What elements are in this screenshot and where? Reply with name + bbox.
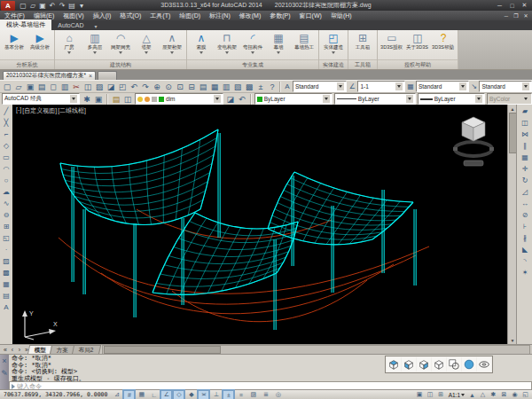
fillet-icon[interactable]: ◝ (520, 255, 530, 267)
table-icon[interactable]: ▤ (1, 290, 12, 301)
grid-icon[interactable]: ▦ (136, 390, 147, 399)
ribbon-button-curtain-wall-thermal[interactable]: ▤幕墙热工 (292, 31, 317, 51)
workspace-settings-icon[interactable]: ✱ (82, 94, 92, 105)
circle-icon[interactable]: ○ (1, 175, 12, 186)
construction-line-icon[interactable]: ╳ (1, 117, 12, 129)
ribbon-button-tower[interactable]: △塔架 (134, 31, 159, 54)
ribbon-button-solid-build[interactable]: ◰实体建造 (321, 31, 346, 54)
quick-view-drawings-icon[interactable]: ◫ (426, 391, 435, 399)
doc-restore-icon[interactable]: ❐ (512, 12, 520, 20)
color-combo[interactable]: ByLayer (254, 93, 332, 105)
dropdown-arrow-icon[interactable] (145, 51, 148, 54)
viewport-visualstyle-control[interactable]: [二维线框] (58, 106, 86, 115)
wedge-icon[interactable] (402, 357, 416, 372)
clean-screen-icon[interactable]: ◱ (520, 391, 530, 399)
osnap3d-icon[interactable]: ◆ (185, 390, 197, 399)
ribbon-button-3d3s-license[interactable]: ▭3D3S授权 (379, 31, 404, 51)
ribbon-button-advanced-analysis[interactable]: ▶高级分析 (27, 31, 52, 51)
quick-properties-icon[interactable]: ≣ (260, 390, 271, 399)
dim-style-icon[interactable]: ∠ (348, 82, 356, 90)
point-icon[interactable]: · (1, 244, 12, 255)
tool-palettes-icon[interactable]: ▥ (221, 82, 231, 92)
ribbon-button-multi-storey[interactable]: ▥多高层 (82, 31, 107, 54)
layer-lock-icon[interactable] (152, 97, 157, 102)
menu-modify[interactable]: 修改(M) (235, 11, 266, 20)
rotate-icon[interactable]: ↻ (520, 175, 530, 186)
next-tab-icon[interactable]: › (16, 346, 23, 354)
plot-icon[interactable]: ▤ (67, 1, 76, 10)
menu-draw[interactable]: 绘图(D) (175, 11, 205, 20)
properties-icon[interactable]: ▤ (198, 82, 208, 92)
tab-layout2[interactable]: 布局2 (72, 345, 101, 355)
layer-combo[interactable]: dim (135, 93, 223, 105)
arc-icon[interactable]: ◠ (1, 163, 12, 175)
markup-set-manager-icon[interactable]: ▩ (244, 82, 254, 92)
new-icon[interactable]: ▢ (19, 1, 27, 10)
infer-constraints-icon[interactable]: ⊿ (111, 390, 122, 399)
copy-icon[interactable]: ◫ (82, 82, 93, 92)
revcloud-icon[interactable]: ☁ (1, 186, 12, 198)
save-icon[interactable]: ▣ (25, 82, 35, 92)
ribbon-button-roof-truss[interactable]: ∧屋架桁架 (160, 31, 184, 54)
plot-preview-icon[interactable]: ◻ (48, 82, 59, 92)
ribbon-button-about-3d3s[interactable]: ◫关于3D3S (405, 31, 430, 51)
ribbon-button-cable-membrane[interactable]: ∧索膜 (189, 31, 214, 54)
dropdown-arrow-icon[interactable] (93, 51, 97, 54)
selection-cycling-icon[interactable]: ◎ (272, 390, 284, 399)
break-icon[interactable]: ∦ (520, 232, 530, 244)
rectangle-icon[interactable]: ▭ (1, 152, 12, 163)
new-icon[interactable]: ▢ (2, 82, 12, 92)
viewcube[interactable] (452, 112, 495, 167)
snap-icon[interactable]: # (123, 390, 135, 399)
model-space-icon[interactable]: ▣ (415, 391, 425, 399)
transparency-icon[interactable]: ▨ (247, 390, 259, 399)
sphere-icon[interactable] (462, 357, 476, 372)
new-document-tab[interactable] (98, 71, 117, 80)
open-icon[interactable]: ▱ (28, 1, 37, 10)
zoom-window-icon[interactable]: ⊡ (175, 82, 185, 92)
polar-icon[interactable]: ∠ (160, 390, 172, 399)
ribbon-button-portal-frame[interactable]: ⌂厂房 (57, 31, 82, 54)
extrude-icon[interactable] (417, 357, 431, 372)
horizontal-scrollbar[interactable] (102, 345, 530, 355)
dropdown-arrow-icon[interactable] (200, 51, 203, 54)
menu-help[interactable]: 帮助(H) (326, 11, 356, 20)
first-tab-icon[interactable]: « (2, 346, 9, 354)
mirror-icon[interactable]: ⋈ (520, 129, 530, 140)
scale-icon[interactable]: ◿ (520, 186, 530, 198)
workspace-combo[interactable]: AutoCAD 经典 (2, 93, 80, 105)
cut-icon[interactable]: ✂ (71, 82, 82, 92)
menu-tools[interactable]: 工具(T) (145, 11, 175, 20)
stretch-icon[interactable]: ↔ (520, 198, 530, 209)
ribbon-options-icon[interactable]: ▾ (90, 21, 102, 30)
layer-on-icon[interactable] (137, 97, 143, 102)
otrack-icon[interactable]: ≍ (198, 390, 209, 399)
workspace-save-icon[interactable]: ▣ (93, 94, 104, 105)
offset-icon[interactable]: ∥ (520, 140, 530, 152)
ribbon-button-curtain-wall[interactable]: ▦幕墙 (266, 31, 291, 54)
hatch-icon[interactable]: ▨ (1, 255, 12, 267)
wireframe-box-icon[interactable] (432, 357, 446, 372)
ribbon-button-curved-twisted-member[interactable]: ◜弯扭构件 (240, 31, 265, 54)
menu-window[interactable]: 窗口(W) (295, 11, 326, 20)
subtract-icon[interactable] (447, 357, 461, 372)
dropdown-arrow-icon[interactable] (251, 51, 254, 54)
ortho-icon[interactable]: ∟ (148, 390, 160, 399)
dropdown-arrow-icon[interactable] (67, 51, 71, 54)
dropdown-arrow-icon[interactable] (170, 51, 174, 54)
qat-dropdown-icon[interactable]: ▾ (77, 1, 86, 10)
doc-minimize-icon[interactable]: ─ (502, 12, 511, 20)
osnap-icon[interactable]: ◇ (173, 390, 184, 399)
mleader-style-combo[interactable]: Standard (479, 81, 532, 92)
trim-icon[interactable]: ⊘ (520, 209, 530, 221)
menu-format[interactable]: 格式(O) (115, 11, 145, 20)
annotation-scale[interactable]: A1:1 (447, 392, 466, 398)
ribbon-tab-autocad[interactable]: AutoCAD (51, 20, 90, 30)
sheet-set-manager-icon[interactable]: ▧ (232, 82, 243, 92)
menu-insert[interactable]: 插入(I) (89, 11, 116, 20)
mleader-style-icon[interactable]: ↘ (470, 82, 479, 90)
undo-icon[interactable]: ↶ (48, 1, 57, 10)
viewport-menu-control[interactable]: [-] (16, 106, 21, 115)
lock-ui-icon[interactable]: ⊠ (499, 391, 509, 399)
text-style-combo[interactable]: Standard (293, 81, 348, 92)
